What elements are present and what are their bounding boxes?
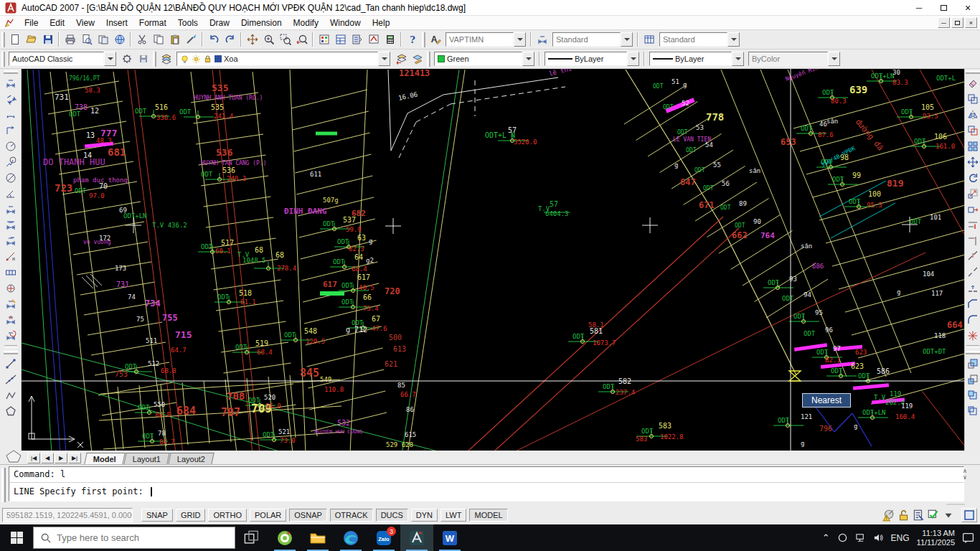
menu-help[interactable]: Help — [367, 17, 396, 29]
color-combo[interactable]: Green — [434, 52, 534, 66]
toolbar-grip[interactable] — [422, 32, 425, 47]
mirror-icon[interactable] — [965, 107, 980, 123]
chevron-down-icon[interactable] — [732, 52, 744, 66]
publish-icon[interactable] — [95, 32, 111, 48]
menu-modify[interactable]: Modify — [288, 17, 324, 29]
dimbaseline-icon[interactable] — [3, 217, 19, 233]
toggle-ducs[interactable]: DUCS — [376, 509, 408, 522]
new-icon[interactable] — [6, 32, 23, 48]
text-style-icon[interactable]: A — [427, 32, 443, 48]
chevron-down-icon[interactable] — [514, 32, 526, 47]
layer-states-icon[interactable] — [409, 51, 425, 67]
dimarc-icon[interactable] — [3, 107, 19, 123]
menu-edit[interactable]: Edit — [44, 17, 70, 29]
toolbar-grip[interactable] — [966, 70, 980, 74]
copy-icon[interactable] — [150, 32, 166, 48]
offset-icon[interactable] — [965, 123, 980, 138]
layer-manager-icon[interactable] — [158, 51, 174, 67]
stretch-icon[interactable] — [965, 202, 980, 217]
rotate-icon[interactable] — [965, 170, 980, 186]
copyobj-icon[interactable] — [965, 91, 980, 107]
redo-icon[interactable] — [222, 32, 238, 48]
menu-file[interactable]: File — [19, 17, 44, 29]
toggle-grid[interactable]: GRID — [176, 509, 206, 522]
erase-icon[interactable] — [965, 75, 980, 91]
linetype-combo[interactable]: ByLayer — [545, 52, 639, 66]
chevron-down-icon[interactable] — [828, 52, 840, 66]
centermark-icon[interactable] — [3, 281, 19, 296]
markup-icon[interactable] — [365, 32, 382, 48]
tofront-icon[interactable] — [965, 356, 980, 372]
dimjogged-icon[interactable] — [3, 154, 19, 170]
taskbar-clock[interactable]: 11:13 AM 11/11/2025 — [917, 529, 955, 547]
open-icon[interactable] — [23, 32, 39, 48]
network-tray-icon[interactable] — [855, 532, 866, 543]
text-style-combo[interactable]: VAPTIMN — [446, 32, 526, 47]
dimupdate-icon[interactable] — [3, 328, 19, 344]
chamfer-icon[interactable] — [965, 296, 980, 312]
xline-icon[interactable] — [3, 372, 19, 387]
menu-view[interactable]: View — [70, 17, 100, 29]
matchprop-icon[interactable] — [183, 32, 199, 48]
chevron-down-icon[interactable] — [522, 52, 534, 66]
language-indicator[interactable]: ENG — [891, 533, 910, 543]
tab-layout1[interactable]: Layout1 — [123, 453, 170, 464]
drawing-canvas[interactable]: 796/16,PT73158.373812ODT7771348.368114DO… — [22, 69, 964, 451]
command-window[interactable]: Command: l LINE Specify first point: — [9, 466, 964, 501]
zoomprev-icon[interactable] — [293, 32, 310, 48]
toolbar-grip[interactable] — [4, 70, 18, 74]
action-center-icon[interactable] — [962, 532, 974, 544]
zoomwin-icon[interactable] — [277, 32, 293, 48]
mdi-minimize-button[interactable]: ─ — [938, 17, 950, 28]
dimordinate-icon[interactable] — [3, 123, 19, 138]
above-icon[interactable] — [965, 387, 980, 403]
dimdiameter-icon[interactable] — [3, 170, 19, 186]
menu-dimension[interactable]: Dimension — [235, 17, 288, 29]
toggle-ortho[interactable]: ORTHO — [208, 509, 247, 522]
paste-icon[interactable] — [166, 32, 183, 48]
layer-lock-icon[interactable] — [203, 55, 212, 64]
workspace-combo[interactable]: AutoCAD Classic — [9, 52, 116, 66]
unlock-icon[interactable] — [897, 509, 910, 522]
toolbar-grip[interactable] — [966, 351, 980, 354]
minimize-button[interactable]: ─ — [907, 0, 931, 16]
dimlinear-icon[interactable] — [3, 75, 19, 91]
command-vscroll[interactable]: ∧∨ — [960, 468, 970, 481]
break-icon[interactable] — [965, 265, 980, 281]
tab-layout2[interactable]: Layout2 — [168, 453, 215, 464]
props-icon[interactable] — [316, 32, 332, 48]
scale-icon[interactable] — [965, 186, 980, 202]
toggle-snap[interactable]: SNAP — [141, 509, 173, 522]
tray-dropdown-icon[interactable] — [942, 509, 955, 522]
plotstyle-combo[interactable]: ByColor — [748, 52, 840, 66]
explode-icon[interactable] — [965, 328, 980, 344]
toggle-polar[interactable]: POLAR — [250, 509, 286, 522]
plot-icon[interactable] — [62, 32, 78, 48]
taskbar-app-edge[interactable] — [334, 524, 367, 551]
dimedit-icon[interactable] — [3, 296, 19, 312]
chevron-down-icon[interactable] — [378, 52, 390, 66]
tolerance-icon[interactable] — [3, 265, 19, 281]
toolbar-grip[interactable] — [153, 52, 156, 67]
designcenter-icon[interactable] — [332, 32, 349, 48]
save-icon[interactable] — [39, 32, 56, 48]
menu-insert[interactable]: Insert — [100, 17, 133, 29]
chevron-down-icon[interactable] — [104, 52, 116, 66]
command-grip[interactable] — [1, 468, 6, 502]
tray-chevron-up-icon[interactable]: ⌃ — [822, 532, 830, 543]
polygon-tool-icon[interactable] — [6, 450, 22, 463]
cut-icon[interactable] — [133, 32, 150, 48]
layer-previous-icon[interactable] — [392, 51, 409, 67]
tab-last-button[interactable]: ▶| — [68, 453, 81, 463]
polygon-icon[interactable] — [3, 403, 19, 419]
taskbar-app-word[interactable]: W — [433, 524, 466, 551]
toback-icon[interactable] — [965, 372, 980, 387]
menu-format[interactable]: Format — [133, 17, 172, 29]
save-workspace-icon[interactable] — [135, 51, 151, 67]
toolbar-lock-icon[interactable] — [927, 509, 940, 522]
sheetset-icon[interactable] — [349, 32, 365, 48]
calc-icon[interactable] — [382, 32, 398, 48]
under-icon[interactable] — [965, 403, 980, 419]
taskbar-search[interactable] — [33, 527, 235, 549]
chevron-down-icon[interactable] — [727, 32, 740, 47]
